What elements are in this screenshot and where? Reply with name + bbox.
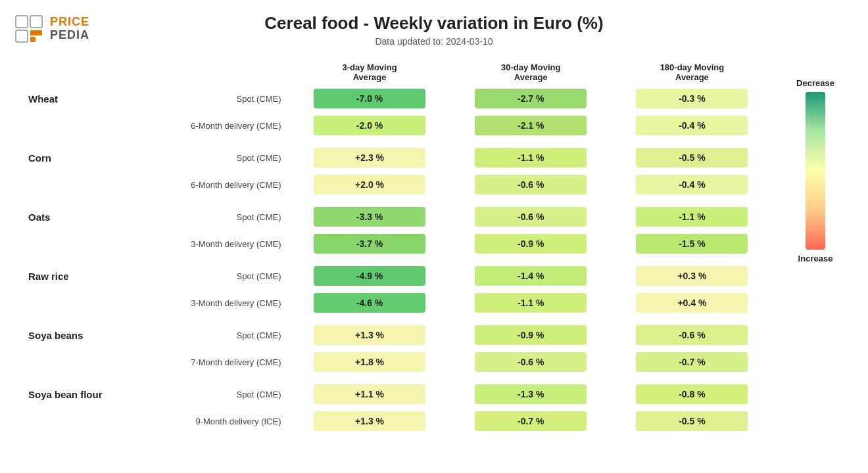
sub-label-0: Spot (CME) — [128, 86, 289, 111]
value-cell-9-1: -0.6 % — [450, 349, 612, 374]
value-box-1-2: -0.4 % — [636, 116, 748, 135]
value-cell-8-2: -0.6 % — [612, 323, 773, 348]
data-table: 3-day MovingAverage 30-day MovingAverage… — [23, 58, 773, 436]
main-title: Cereal food - Weekly variation in Euro (… — [264, 13, 603, 34]
value-box-4-0: -3.3 % — [314, 207, 425, 227]
value-cell-9-2: -0.7 % — [612, 349, 773, 374]
col-header-3: 180-day MovingAverage — [612, 58, 773, 86]
sub-label-7: 3-Month delivery (CME) — [128, 290, 289, 315]
value-cell-6-0: -4.9 % — [289, 263, 450, 288]
value-cell-10-1: -1.3 % — [450, 382, 612, 407]
value-box-8-0: +1.3 % — [314, 325, 425, 345]
value-box-7-2: +0.4 % — [636, 293, 748, 313]
value-box-10-2: -0.8 % — [636, 384, 748, 404]
value-box-2-0: +2.3 % — [314, 148, 425, 168]
value-box-7-1: -1.1 % — [475, 293, 587, 313]
col-header-1: 3-day MovingAverage — [289, 58, 450, 86]
value-box-6-0: -4.9 % — [314, 266, 425, 286]
value-cell-4-0: -3.3 % — [289, 204, 450, 229]
value-box-7-0: -4.6 % — [314, 293, 425, 313]
value-cell-4-1: -0.6 % — [450, 204, 612, 229]
sub-title: Data updated to: 2024-03-10 — [264, 36, 603, 47]
value-cell-5-0: -3.7 % — [289, 231, 450, 256]
value-cell-11-1: -0.7 % — [450, 409, 612, 434]
sub-label-6: Spot (CME) — [128, 263, 289, 288]
value-box-0-1: -2.7 % — [475, 89, 587, 108]
category-label-5 — [23, 231, 128, 256]
category-label-3 — [23, 172, 128, 197]
category-label-8: Soya beans — [23, 323, 128, 348]
value-cell-2-2: -0.5 % — [612, 145, 773, 170]
legend-gradient-bar — [806, 92, 825, 250]
value-cell-5-2: -1.5 % — [612, 231, 773, 256]
sub-label-9: 7-Month delivery (CME) — [128, 349, 289, 374]
value-cell-3-1: -0.6 % — [450, 172, 612, 197]
value-cell-1-1: -2.1 % — [450, 113, 612, 138]
sub-label-4: Spot (CME) — [128, 204, 289, 229]
category-label-9 — [23, 349, 128, 374]
value-cell-9-0: +1.8 % — [289, 349, 450, 374]
value-box-8-1: -0.9 % — [475, 325, 587, 345]
value-box-8-2: -0.6 % — [636, 325, 748, 345]
value-cell-10-0: +1.1 % — [289, 382, 450, 407]
value-box-0-0: -7.0 % — [314, 89, 425, 108]
sub-label-1: 6-Month delivery (CME) — [128, 113, 289, 138]
value-box-1-1: -2.1 % — [475, 116, 587, 135]
value-cell-7-1: -1.1 % — [450, 290, 612, 315]
logo-price: PRICE — [50, 16, 89, 29]
category-label-10: Soya bean flour — [23, 382, 128, 407]
value-cell-10-2: -0.8 % — [612, 382, 773, 407]
sub-label-5: 3-Month delivery (CME) — [128, 231, 289, 256]
logo: PRICE PEDIA — [13, 13, 89, 45]
value-cell-0-1: -2.7 % — [450, 86, 612, 111]
value-cell-1-2: -0.4 % — [612, 113, 773, 138]
value-box-9-1: -0.6 % — [475, 352, 587, 372]
value-cell-6-1: -1.4 % — [450, 263, 612, 288]
value-box-6-2: +0.3 % — [636, 266, 748, 286]
main-content: 3-day MovingAverage 30-day MovingAverage… — [23, 58, 845, 436]
value-box-10-0: +1.1 % — [314, 384, 425, 404]
value-box-1-0: -2.0 % — [314, 116, 425, 135]
value-cell-8-1: -0.9 % — [450, 323, 612, 348]
color-legend: Decrease Increase — [786, 58, 845, 263]
value-cell-0-0: -7.0 % — [289, 86, 450, 111]
value-cell-8-0: +1.3 % — [289, 323, 450, 348]
category-label-0: Wheat — [23, 86, 128, 111]
value-box-11-1: -0.7 % — [475, 411, 587, 431]
value-cell-7-0: -4.6 % — [289, 290, 450, 315]
value-cell-2-0: +2.3 % — [289, 145, 450, 170]
sub-label-3: 6-Month delivery (CME) — [128, 172, 289, 197]
category-label-2: Corn — [23, 145, 128, 170]
svg-rect-2 — [30, 16, 42, 28]
category-label-6: Raw rice — [23, 263, 128, 288]
value-box-4-1: -0.6 % — [475, 207, 587, 227]
svg-rect-3 — [30, 30, 42, 35]
value-box-5-1: -0.9 % — [475, 234, 587, 254]
value-cell-3-0: +2.0 % — [289, 172, 450, 197]
col-header-2: 30-day MovingAverage — [450, 58, 612, 86]
logo-icon — [13, 13, 45, 45]
value-box-9-0: +1.8 % — [314, 352, 425, 372]
value-cell-5-1: -0.9 % — [450, 231, 612, 256]
value-cell-0-2: -0.3 % — [612, 86, 773, 111]
value-box-2-2: -0.5 % — [636, 148, 748, 168]
value-box-3-2: -0.4 % — [636, 175, 748, 194]
sub-label-2: Spot (CME) — [128, 145, 289, 170]
page-header: Cereal food - Weekly variation in Euro (… — [264, 13, 603, 47]
category-label-1 — [23, 113, 128, 138]
category-label-11 — [23, 409, 128, 434]
svg-rect-0 — [16, 16, 28, 28]
value-box-2-1: -1.1 % — [475, 148, 587, 168]
value-cell-11-0: +1.3 % — [289, 409, 450, 434]
value-cell-2-1: -1.1 % — [450, 145, 612, 170]
value-box-9-2: -0.7 % — [636, 352, 748, 372]
value-box-3-0: +2.0 % — [314, 175, 425, 194]
value-box-11-0: +1.3 % — [314, 411, 425, 431]
value-box-6-1: -1.4 % — [475, 266, 587, 286]
value-box-3-1: -0.6 % — [475, 175, 587, 194]
category-label-4: Oats — [23, 204, 128, 229]
value-cell-4-2: -1.1 % — [612, 204, 773, 229]
category-label-7 — [23, 290, 128, 315]
value-cell-7-2: +0.4 % — [612, 290, 773, 315]
logo-text: PRICE PEDIA — [50, 16, 89, 42]
